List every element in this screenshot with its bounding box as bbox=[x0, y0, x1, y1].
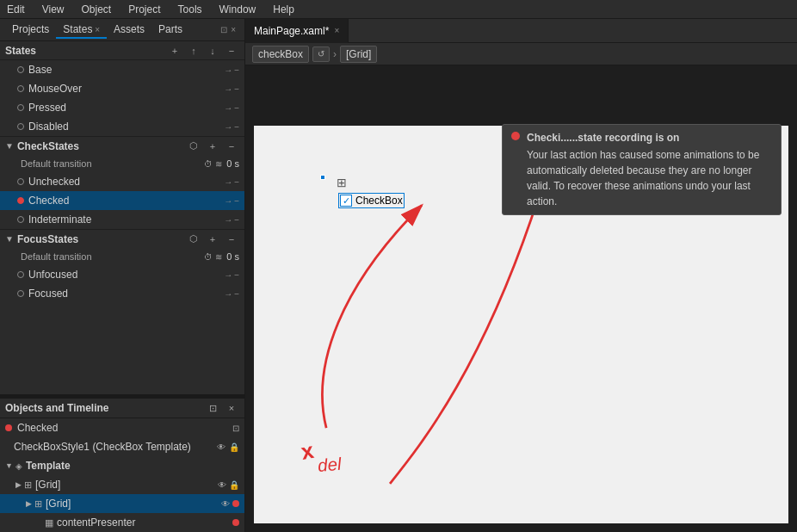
move-up-button[interactable]: ↑ bbox=[186, 43, 201, 59]
focus-states-group-header[interactable]: ▼ FocusStates ⬡ + − bbox=[0, 229, 244, 248]
state-minus-focused[interactable]: − bbox=[234, 289, 239, 299]
checkbox-widget[interactable]: ⊞ ✓ CheckBox bbox=[340, 195, 403, 207]
state-minus-icon-2[interactable]: − bbox=[234, 84, 239, 94]
state-item-disabled[interactable]: Disabled → − bbox=[0, 117, 244, 136]
focus-states-plus[interactable]: + bbox=[205, 232, 220, 247]
state-label-mouseover: MouseOver bbox=[28, 83, 224, 95]
grid2-caret: ▶ bbox=[26, 499, 32, 508]
state-label-pressed: Pressed bbox=[28, 102, 224, 114]
state-item-unfocused[interactable]: Unfocused → − bbox=[0, 265, 244, 284]
state-minus-checked[interactable]: − bbox=[234, 196, 239, 206]
checked-red-dot bbox=[5, 424, 12, 431]
panel-move-icon[interactable]: ⊡ bbox=[220, 25, 227, 34]
state-actions-indeterminate: → − bbox=[224, 215, 239, 225]
recording-notification: Checki......state recording is on Your l… bbox=[502, 124, 782, 215]
content-presenter-icon: ▦ bbox=[45, 517, 53, 529]
state-minus-unchecked[interactable]: − bbox=[234, 177, 239, 187]
state-actions-base: → − bbox=[224, 65, 239, 75]
menu-object[interactable]: Object bbox=[77, 2, 114, 17]
tab-states[interactable]: States bbox=[56, 22, 107, 39]
add-state-button[interactable]: + bbox=[167, 43, 182, 59]
state-radio-base bbox=[17, 66, 24, 73]
state-arrow-focused: → bbox=[224, 289, 232, 299]
doc-tab-label: MainPage.xaml* bbox=[254, 25, 329, 37]
state-arrow-checked: → bbox=[224, 196, 232, 206]
state-actions-mouseover: → − bbox=[224, 84, 239, 94]
widget-grid-icon: ⊞ bbox=[337, 176, 347, 189]
check-states-caret: ▼ bbox=[5, 141, 14, 151]
tab-parts[interactable]: Parts bbox=[151, 22, 189, 39]
state-minus-icon-3[interactable]: − bbox=[234, 103, 239, 113]
objects-header: Objects and Timeline ⊡ × bbox=[0, 398, 244, 418]
objects-close-icon[interactable]: × bbox=[224, 400, 239, 416]
state-minus-icon[interactable]: − bbox=[234, 65, 239, 75]
state-minus-unfocused[interactable]: − bbox=[234, 270, 239, 280]
style-lock-icon[interactable]: 🔒 bbox=[229, 442, 239, 452]
focus-states-minus[interactable]: − bbox=[224, 232, 239, 247]
transition-ease-icon: ≋ bbox=[215, 159, 222, 169]
state-arrow-unchecked: → bbox=[224, 177, 232, 187]
menu-bar: Edit View Object Project Tools Window He… bbox=[0, 0, 797, 19]
template-header[interactable]: ▼ ◈ Template bbox=[0, 456, 244, 475]
states-header: States + ↑ ↓ − bbox=[0, 41, 244, 60]
state-label-unfocused: Unfocused bbox=[28, 269, 224, 281]
grid1-eye-icon[interactable]: 👁 bbox=[218, 480, 226, 490]
menu-project[interactable]: Project bbox=[125, 2, 164, 17]
breadcrumb-checkbox[interactable]: checkBox bbox=[252, 46, 309, 63]
state-item-pressed[interactable]: Pressed → − bbox=[0, 98, 244, 117]
state-item-mouseover[interactable]: MouseOver → − bbox=[0, 79, 244, 98]
template-style-actions: 👁 🔒 bbox=[217, 442, 239, 452]
tree-item-grid1[interactable]: ▶ ⊞ [Grid] 👁 🔒 bbox=[0, 475, 244, 494]
menu-help[interactable]: Help bbox=[269, 2, 298, 17]
objects-pin-icon[interactable]: ⊡ bbox=[205, 400, 220, 416]
state-minus-icon-4[interactable]: − bbox=[234, 122, 239, 132]
grid1-end-icons: 👁 🔒 bbox=[218, 480, 239, 490]
remove-state-button[interactable]: − bbox=[224, 43, 239, 59]
checkbox-text-label: CheckBox bbox=[355, 195, 403, 207]
state-item-base[interactable]: Base → − bbox=[0, 60, 244, 79]
state-item-unchecked[interactable]: Unchecked → − bbox=[0, 172, 244, 191]
menu-edit[interactable]: Edit bbox=[3, 2, 28, 17]
style-eye-icon[interactable]: 👁 bbox=[217, 442, 226, 452]
tree-item-grid2[interactable]: ▶ ⊞ [Grid] 👁 bbox=[0, 494, 244, 513]
state-item-focused[interactable]: Focused → − bbox=[0, 284, 244, 303]
check-states-plus[interactable]: + bbox=[205, 139, 220, 154]
state-minus-indeterminate[interactable]: − bbox=[234, 215, 239, 225]
state-arrow-icon: → bbox=[224, 65, 232, 75]
state-item-checked[interactable]: Checked → − bbox=[0, 191, 244, 210]
check-states-group-header[interactable]: ▼ CheckStates ⬡ + − bbox=[0, 136, 244, 155]
state-arrow-indeterminate: → bbox=[224, 215, 232, 225]
tree-item-content-presenter[interactable]: ▶ ▦ contentPresenter bbox=[0, 513, 244, 532]
checkbox-box[interactable]: ✓ bbox=[340, 195, 352, 207]
menu-view[interactable]: View bbox=[39, 2, 68, 17]
checked-timeline-icon[interactable]: ⊡ bbox=[232, 424, 239, 433]
tab-projects[interactable]: Projects bbox=[5, 22, 56, 39]
state-radio-unchecked bbox=[17, 178, 24, 185]
breadcrumb-grid[interactable]: [Grid] bbox=[340, 46, 377, 63]
state-radio-unfocused bbox=[17, 271, 24, 278]
focus-states-transition-icons: ⏱ ≋ 0 s bbox=[204, 251, 239, 262]
focus-states-transition-label: Default transition bbox=[21, 251, 204, 262]
panel-tab-bar: Projects States Assets Parts ⊡ × bbox=[0, 19, 244, 41]
handle-tl bbox=[320, 175, 325, 180]
objects-toolbar: ⊡ × bbox=[205, 400, 239, 416]
panel-close-icon[interactable]: × bbox=[231, 25, 236, 34]
checked-label: Checked bbox=[17, 422, 58, 434]
grid2-record-dot bbox=[232, 500, 239, 507]
check-states-minus[interactable]: − bbox=[224, 139, 239, 154]
template-label: Template bbox=[26, 460, 71, 472]
menu-window[interactable]: Window bbox=[216, 2, 260, 17]
doc-tab-mainpage[interactable]: MainPage.xaml* × bbox=[245, 19, 349, 43]
move-down-button[interactable]: ↓ bbox=[205, 43, 220, 59]
grid1-lock-icon[interactable]: 🔒 bbox=[229, 480, 239, 490]
state-label-indeterminate: Indeterminate bbox=[28, 213, 224, 226]
state-label-disabled: Disabled bbox=[28, 121, 224, 133]
menu-tools[interactable]: Tools bbox=[175, 2, 206, 17]
state-item-indeterminate[interactable]: Indeterminate → − bbox=[0, 210, 244, 229]
grid2-eye-icon[interactable]: 👁 bbox=[221, 499, 230, 509]
tab-assets[interactable]: Assets bbox=[107, 22, 151, 39]
check-states-transition: Default transition ⏱ ≋ 0 s bbox=[0, 155, 244, 172]
breadcrumb-refresh-btn[interactable]: ↺ bbox=[312, 46, 330, 62]
check-states-header-right: ⬡ + − bbox=[186, 139, 239, 154]
doc-tab-close[interactable]: × bbox=[334, 26, 339, 35]
